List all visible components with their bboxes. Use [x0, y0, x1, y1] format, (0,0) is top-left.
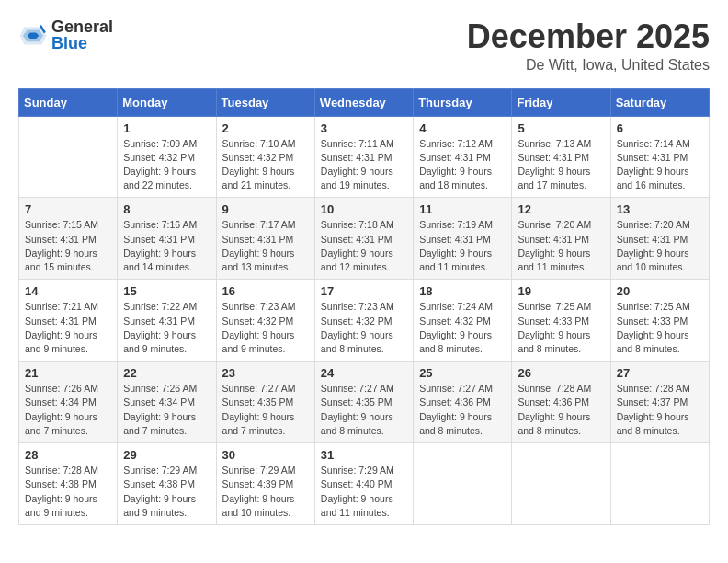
calendar-cell: 10Sunrise: 7:18 AM Sunset: 4:31 PM Dayli… [314, 198, 413, 280]
day-info: Sunrise: 7:28 AM Sunset: 4:36 PM Dayligh… [518, 382, 604, 438]
calendar-cell: 14Sunrise: 7:21 AM Sunset: 4:31 PM Dayli… [19, 280, 118, 362]
calendar-cell: 5Sunrise: 7:13 AM Sunset: 4:31 PM Daylig… [512, 116, 610, 198]
day-number: 19 [518, 284, 604, 298]
logo-icon [18, 22, 48, 48]
weekday-header-friday: Friday [512, 88, 610, 116]
day-info: Sunrise: 7:10 AM Sunset: 4:32 PM Dayligh… [222, 137, 309, 193]
day-number: 21 [25, 366, 111, 380]
day-number: 28 [25, 448, 111, 462]
day-info: Sunrise: 7:27 AM Sunset: 4:35 PM Dayligh… [321, 382, 407, 438]
calendar-cell: 25Sunrise: 7:27 AM Sunset: 4:36 PM Dayli… [414, 362, 512, 443]
weekday-header-row: SundayMondayTuesdayWednesdayThursdayFrid… [19, 88, 710, 116]
day-number: 5 [518, 121, 604, 135]
day-info: Sunrise: 7:09 AM Sunset: 4:32 PM Dayligh… [123, 137, 210, 193]
calendar-cell: 2Sunrise: 7:10 AM Sunset: 4:32 PM Daylig… [216, 116, 314, 198]
day-info: Sunrise: 7:25 AM Sunset: 4:33 PM Dayligh… [518, 300, 604, 356]
day-info: Sunrise: 7:20 AM Sunset: 4:31 PM Dayligh… [518, 218, 604, 274]
day-number: 8 [123, 202, 210, 216]
weekday-header-saturday: Saturday [610, 88, 709, 116]
day-info: Sunrise: 7:21 AM Sunset: 4:31 PM Dayligh… [25, 300, 111, 356]
calendar-cell [414, 443, 512, 525]
calendar-cell: 24Sunrise: 7:27 AM Sunset: 4:35 PM Dayli… [314, 362, 413, 443]
calendar-cell: 7Sunrise: 7:15 AM Sunset: 4:31 PM Daylig… [19, 198, 118, 280]
location-title: De Witt, Iowa, United States [467, 57, 710, 74]
day-info: Sunrise: 7:27 AM Sunset: 4:35 PM Dayligh… [222, 382, 309, 438]
calendar-cell: 3Sunrise: 7:11 AM Sunset: 4:31 PM Daylig… [314, 116, 413, 198]
title-area: December 2025 De Witt, Iowa, United Stat… [467, 18, 710, 74]
week-row-3: 21Sunrise: 7:26 AM Sunset: 4:34 PM Dayli… [19, 362, 710, 443]
day-number: 2 [222, 121, 309, 135]
day-number: 16 [222, 284, 309, 298]
calendar-cell [19, 116, 118, 198]
day-number: 11 [419, 202, 506, 216]
weekday-header-monday: Monday [118, 88, 216, 116]
calendar-cell: 8Sunrise: 7:16 AM Sunset: 4:31 PM Daylig… [118, 198, 216, 280]
weekday-header-tuesday: Tuesday [216, 88, 314, 116]
day-info: Sunrise: 7:29 AM Sunset: 4:38 PM Dayligh… [123, 464, 210, 520]
day-info: Sunrise: 7:17 AM Sunset: 4:31 PM Dayligh… [222, 218, 309, 274]
day-info: Sunrise: 7:26 AM Sunset: 4:34 PM Dayligh… [25, 382, 111, 438]
day-number: 26 [518, 366, 604, 380]
day-info: Sunrise: 7:20 AM Sunset: 4:31 PM Dayligh… [617, 218, 703, 274]
day-number: 13 [617, 202, 703, 216]
calendar-cell: 29Sunrise: 7:29 AM Sunset: 4:38 PM Dayli… [118, 443, 216, 525]
weekday-header-thursday: Thursday [414, 88, 512, 116]
month-title: December 2025 [467, 18, 710, 55]
calendar-cell: 15Sunrise: 7:22 AM Sunset: 4:31 PM Dayli… [118, 280, 216, 362]
page-header: General Blue December 2025 De Witt, Iowa… [18, 18, 710, 74]
day-info: Sunrise: 7:23 AM Sunset: 4:32 PM Dayligh… [222, 300, 309, 356]
calendar-cell: 17Sunrise: 7:23 AM Sunset: 4:32 PM Dayli… [314, 280, 413, 362]
calendar-cell: 21Sunrise: 7:26 AM Sunset: 4:34 PM Dayli… [19, 362, 118, 443]
day-number: 4 [419, 121, 506, 135]
day-info: Sunrise: 7:25 AM Sunset: 4:33 PM Dayligh… [617, 300, 703, 356]
day-info: Sunrise: 7:26 AM Sunset: 4:34 PM Dayligh… [123, 382, 210, 438]
day-number: 24 [321, 366, 407, 380]
calendar-cell: 1Sunrise: 7:09 AM Sunset: 4:32 PM Daylig… [118, 116, 216, 198]
day-info: Sunrise: 7:29 AM Sunset: 4:39 PM Dayligh… [222, 464, 309, 520]
calendar-cell: 6Sunrise: 7:14 AM Sunset: 4:31 PM Daylig… [610, 116, 709, 198]
day-number: 25 [419, 366, 506, 380]
day-number: 22 [123, 366, 210, 380]
day-info: Sunrise: 7:24 AM Sunset: 4:32 PM Dayligh… [419, 300, 506, 356]
calendar-cell: 27Sunrise: 7:28 AM Sunset: 4:37 PM Dayli… [610, 362, 709, 443]
logo-blue: Blue [51, 34, 87, 52]
day-info: Sunrise: 7:27 AM Sunset: 4:36 PM Dayligh… [419, 382, 506, 438]
day-number: 18 [419, 284, 506, 298]
day-info: Sunrise: 7:16 AM Sunset: 4:31 PM Dayligh… [123, 218, 210, 274]
logo-text: General Blue [51, 18, 113, 52]
calendar-cell: 4Sunrise: 7:12 AM Sunset: 4:31 PM Daylig… [414, 116, 512, 198]
day-info: Sunrise: 7:12 AM Sunset: 4:31 PM Dayligh… [419, 137, 506, 193]
day-number: 14 [25, 284, 111, 298]
day-number: 27 [617, 366, 703, 380]
calendar-cell: 12Sunrise: 7:20 AM Sunset: 4:31 PM Dayli… [512, 198, 610, 280]
calendar-cell: 20Sunrise: 7:25 AM Sunset: 4:33 PM Dayli… [610, 280, 709, 362]
day-number: 10 [321, 202, 407, 216]
week-row-1: 7Sunrise: 7:15 AM Sunset: 4:31 PM Daylig… [19, 198, 710, 280]
day-number: 7 [25, 202, 111, 216]
logo: General Blue [18, 18, 113, 52]
day-number: 12 [518, 202, 604, 216]
day-number: 15 [123, 284, 210, 298]
day-info: Sunrise: 7:15 AM Sunset: 4:31 PM Dayligh… [25, 218, 111, 274]
day-number: 6 [617, 121, 703, 135]
calendar-cell: 9Sunrise: 7:17 AM Sunset: 4:31 PM Daylig… [216, 198, 314, 280]
calendar-cell: 28Sunrise: 7:28 AM Sunset: 4:38 PM Dayli… [19, 443, 118, 525]
day-info: Sunrise: 7:11 AM Sunset: 4:31 PM Dayligh… [321, 137, 407, 193]
calendar-cell: 22Sunrise: 7:26 AM Sunset: 4:34 PM Dayli… [118, 362, 216, 443]
week-row-4: 28Sunrise: 7:28 AM Sunset: 4:38 PM Dayli… [19, 443, 710, 525]
day-number: 17 [321, 284, 407, 298]
calendar-cell [512, 443, 610, 525]
logo-general: General [51, 17, 113, 36]
calendar-cell: 18Sunrise: 7:24 AM Sunset: 4:32 PM Dayli… [414, 280, 512, 362]
day-number: 23 [222, 366, 309, 380]
day-info: Sunrise: 7:22 AM Sunset: 4:31 PM Dayligh… [123, 300, 210, 356]
calendar-cell [610, 443, 709, 525]
calendar-cell: 11Sunrise: 7:19 AM Sunset: 4:31 PM Dayli… [414, 198, 512, 280]
week-row-0: 1Sunrise: 7:09 AM Sunset: 4:32 PM Daylig… [19, 116, 710, 198]
day-info: Sunrise: 7:23 AM Sunset: 4:32 PM Dayligh… [321, 300, 407, 356]
day-number: 3 [321, 121, 407, 135]
calendar-cell: 31Sunrise: 7:29 AM Sunset: 4:40 PM Dayli… [314, 443, 413, 525]
day-info: Sunrise: 7:29 AM Sunset: 4:40 PM Dayligh… [321, 464, 407, 520]
day-info: Sunrise: 7:19 AM Sunset: 4:31 PM Dayligh… [419, 218, 506, 274]
calendar-table: SundayMondayTuesdayWednesdayThursdayFrid… [18, 88, 710, 525]
